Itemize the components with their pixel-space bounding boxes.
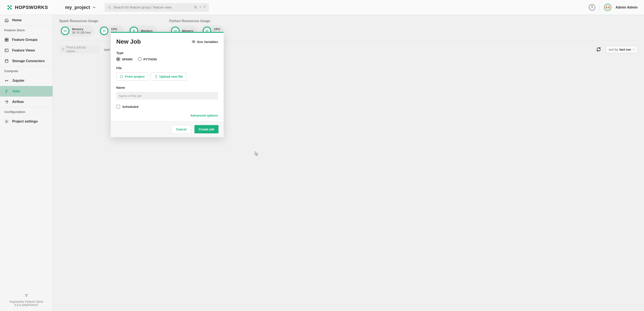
- svg-point-10: [6, 121, 7, 122]
- chevron-down-icon: [92, 5, 96, 9]
- search-shortcut: ⌘ + P: [194, 5, 206, 9]
- svg-point-5: [108, 6, 110, 8]
- feature-views-icon: [4, 48, 9, 53]
- create-job-button[interactable]: Create job: [194, 125, 218, 133]
- footer-version: 3.8.0-SNAPSHOT: [4, 303, 48, 307]
- advanced-options-link[interactable]: Advanced options: [116, 114, 218, 117]
- file-field-label: File: [116, 66, 218, 70]
- python-title: Python Resources Usage: [169, 19, 224, 23]
- storage-icon: [4, 59, 9, 63]
- radio-spark-label: SPARK: [122, 57, 133, 61]
- svg-rect-14: [64, 30, 66, 31]
- project-selector[interactable]: my_project: [65, 5, 96, 10]
- svg-rect-17: [174, 30, 176, 31]
- radio-circle-checked: [116, 57, 120, 61]
- mouse-cursor-icon: [255, 151, 258, 156]
- feature-groups-icon: [4, 37, 9, 42]
- svg-point-11: [25, 294, 26, 295]
- cpu-label: CPU: [111, 27, 120, 31]
- cpu-chip-icon: [100, 26, 108, 35]
- scheduled-checkbox[interactable]: Scheduled: [116, 105, 218, 108]
- sort-label: sort by: [609, 48, 618, 51]
- global-search[interactable]: Search for feature group / feature view …: [104, 3, 209, 12]
- refresh-button[interactable]: [595, 46, 602, 53]
- cancel-button[interactable]: Cancel: [172, 125, 191, 133]
- svg-rect-8: [6, 50, 6, 50]
- job-search-input[interactable]: Find a job by name...: [59, 45, 100, 53]
- svg-line-6: [110, 8, 111, 9]
- sidebar-item-jupyter[interactable]: Jupyter: [0, 75, 52, 86]
- name-field-label: Name: [116, 86, 218, 89]
- svg-point-1: [10, 5, 12, 7]
- sidebar-section-compute: Compute: [0, 66, 52, 75]
- upload-file-label: Upload new file: [160, 75, 183, 78]
- from-project-label: From project: [125, 75, 144, 78]
- svg-rect-18: [206, 30, 208, 32]
- sort-select[interactable]: sort by last run: [606, 46, 638, 53]
- memory-label: Memory: [72, 27, 90, 31]
- memory-chip-icon: [61, 26, 70, 35]
- svg-point-16: [134, 30, 134, 31]
- upload-file-button[interactable]: Upload new file: [151, 72, 186, 81]
- sidebar-item-airflow[interactable]: Airflow: [0, 97, 52, 107]
- sidebar-label: Jupyter: [12, 79, 24, 82]
- env-vars-label: Env Variables: [197, 40, 218, 44]
- job-search-placeholder: Find a job by name...: [66, 45, 97, 53]
- refresh-icon: [596, 47, 601, 52]
- project-name: my_project: [65, 5, 90, 10]
- svg-rect-15: [103, 30, 105, 32]
- from-project-button[interactable]: From project: [116, 72, 148, 81]
- sidebar-label: Feature Groups: [12, 38, 38, 42]
- eye-icon: [192, 40, 196, 44]
- spark-title: Spark Resources Usage: [59, 19, 156, 23]
- search-icon: [108, 6, 111, 9]
- checkbox-box: [116, 105, 120, 108]
- brand-text: HOPSWORKS: [15, 5, 48, 10]
- radio-python[interactable]: PYTHON: [138, 57, 157, 61]
- sidebar-label: Feature Views: [12, 48, 35, 52]
- help-icon[interactable]: ?: [589, 4, 595, 11]
- hopsworks-logo-icon: [6, 4, 13, 11]
- scheduled-label: Scheduled: [122, 105, 138, 108]
- home-icon: [4, 18, 9, 22]
- sidebar-item-home[interactable]: Home: [0, 15, 52, 25]
- memory-value: 36.76 GB free: [72, 31, 90, 34]
- svg-point-4: [9, 7, 10, 8]
- radio-spark[interactable]: SPARK: [116, 57, 133, 61]
- sidebar-item-jobs[interactable]: Jobs: [0, 86, 52, 97]
- job-name-input[interactable]: [116, 92, 218, 100]
- sort-arrows-icon: [632, 48, 635, 51]
- sidebar: Home Feature Store Feature Groups Featur…: [0, 15, 53, 311]
- sidebar-item-storage-connectors[interactable]: Storage Connectors: [0, 56, 52, 66]
- divider: [600, 4, 600, 11]
- type-field-label: Type: [116, 51, 218, 55]
- py-cpu-label: CPU: [214, 27, 220, 31]
- logo[interactable]: HOPSWORKS: [6, 4, 48, 11]
- type-label: type: [104, 48, 110, 51]
- spark-memory-card: Memory 36.76 GB free: [59, 25, 94, 36]
- sidebar-label: Storage Connectors: [12, 59, 45, 63]
- gear-icon: [4, 119, 9, 124]
- sidebar-item-feature-views[interactable]: Feature Views: [0, 45, 52, 56]
- sidebar-item-project-settings[interactable]: Project settings: [0, 116, 52, 127]
- airflow-icon: [4, 100, 9, 104]
- svg-point-19: [62, 48, 64, 50]
- footer-product: Hopsworks Feature Store: [4, 300, 48, 303]
- search-icon: [62, 48, 65, 51]
- sidebar-label: Project settings: [12, 120, 38, 123]
- sidebar-label: Home: [12, 18, 22, 22]
- radio-python-label: PYTHON: [143, 57, 157, 61]
- sidebar-label: Airflow: [12, 100, 24, 104]
- svg-point-2: [8, 8, 9, 9]
- env-variables-button[interactable]: Env Variables: [192, 40, 218, 44]
- search-placeholder: Search for feature group / feature view: [113, 5, 194, 9]
- app-header: HOPSWORKS my_project Search for feature …: [0, 0, 644, 15]
- new-job-modal: New Job Env Variables Type SPARK PYTHON …: [111, 32, 224, 137]
- svg-point-13: [26, 296, 27, 297]
- sidebar-label: Jobs: [12, 89, 20, 93]
- avatar[interactable]: A A: [604, 3, 612, 11]
- svg-point-3: [10, 8, 12, 9]
- sidebar-item-feature-groups[interactable]: Feature Groups: [0, 34, 52, 45]
- svg-point-12: [26, 294, 28, 295]
- svg-point-0: [8, 5, 9, 7]
